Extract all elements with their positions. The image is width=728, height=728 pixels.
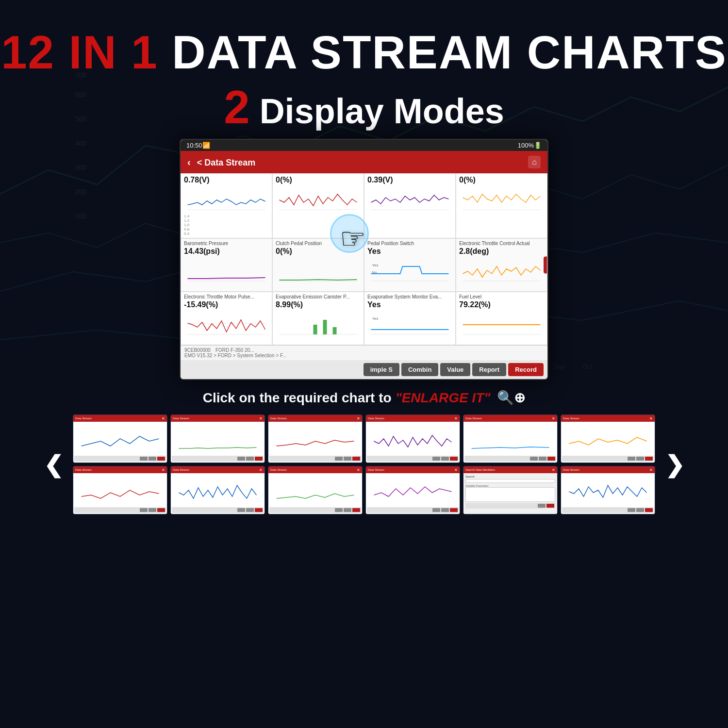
title-line1: 12 IN 1 DATA STREAM CHARTS xyxy=(1,29,727,76)
thumbnail-9[interactable]: Data Stream✕ xyxy=(268,466,363,514)
screen-title: < Data Stream xyxy=(197,158,256,167)
battery-level: 100% xyxy=(518,142,534,149)
thumbnail-5[interactable]: Data Stream✕ xyxy=(463,414,558,463)
cell-value-3: 0.39(V) xyxy=(367,176,452,184)
svg-rect-30 xyxy=(333,327,337,334)
action-bar: imple S Combin Value Report Record xyxy=(181,360,547,379)
display-modes-text: Display Modes xyxy=(260,92,504,131)
gallery-right-arrow[interactable]: ❯ xyxy=(655,451,694,478)
cell-value-10: 8.99(%) xyxy=(276,300,361,309)
vehicle-info: FORD F-350 20... xyxy=(215,347,254,353)
title-line2: 2 Display Modes xyxy=(1,81,727,134)
svg-text:Yes: Yes xyxy=(372,263,379,267)
thumbnail-2[interactable]: Data Stream✕ xyxy=(170,414,265,463)
cell-value-8: 2.8(deg) xyxy=(459,247,544,256)
svg-rect-28 xyxy=(314,325,317,334)
cell-value-7: Yes xyxy=(367,247,452,256)
vin-number: 9CEB00000 xyxy=(184,347,211,353)
data-cell-4[interactable]: 0(%) xyxy=(456,173,547,238)
title-main: DATA STREAM CHARTS xyxy=(172,26,727,78)
gallery-left-arrow[interactable]: ❮ xyxy=(34,451,73,478)
cell-value-2: 0(%) xyxy=(276,176,361,184)
data-cell-10[interactable]: Evaporative Emission Canister P... 8.99(… xyxy=(272,292,364,345)
instruction-text: Click on the required chart to xyxy=(203,390,392,405)
title-section: 12 IN 1 DATA STREAM CHARTS 2 Display Mod… xyxy=(1,29,727,134)
wifi-icon: 📶 xyxy=(202,142,210,149)
thumbnail-3[interactable]: Data Stream✕ xyxy=(268,414,363,463)
magnify-icon: 🔍⊕ xyxy=(497,390,525,406)
combin-button[interactable]: Combin xyxy=(401,363,438,376)
cell-label-5: Barometric Pressure xyxy=(184,241,269,246)
value-button[interactable]: Value xyxy=(440,363,470,376)
title-highlight: 12 IN 1 xyxy=(1,26,158,78)
svg-text:Yes: Yes xyxy=(372,316,379,321)
data-cell-5[interactable]: Barometric Pressure 14.43(psi) xyxy=(181,238,272,292)
thumbnail-8[interactable]: Data Stream✕ xyxy=(170,466,265,514)
cell-label-10: Evaporative Emission Canister P... xyxy=(276,294,361,299)
data-grid-row3: Electronic Throttle Motor Pulse... -15.4… xyxy=(181,292,547,345)
data-cell-11[interactable]: Evaporative System Monitor Eva... Yes Ye… xyxy=(364,292,456,345)
cell-value-9: -15.49(%) xyxy=(184,300,269,309)
thumbnail-6[interactable]: Data Stream✕ xyxy=(561,414,655,463)
cell-label-11: Evaporative System Monitor Eva... xyxy=(367,294,452,299)
cell-value-1: 0.78(V) xyxy=(184,176,269,184)
vin-info: 9CEB00000 FORD F-350 20... xyxy=(184,347,544,353)
home-button[interactable]: ⌂ xyxy=(528,156,541,168)
thumbnail-11[interactable]: Search Data Identifiers✕ Search Availabl… xyxy=(463,466,558,514)
cell-value-5: 14.43(psi) xyxy=(184,247,269,256)
display-modes-num: 2 xyxy=(224,81,249,133)
thumbnail-7[interactable]: Data Stream✕ xyxy=(73,466,167,514)
status-time: 10:50 xyxy=(186,142,202,149)
status-bar: 10:50 📶 100% 🔋 xyxy=(181,140,547,151)
data-cell-1[interactable]: 0.78(V) 1.41.21.00.80.4 xyxy=(181,173,272,238)
thumbnail-12[interactable]: Data Stream✕ xyxy=(561,466,655,514)
cell-value-4: 0(%) xyxy=(459,176,544,184)
data-cell-7[interactable]: Pedal Position Switch Yes Yes No xyxy=(364,238,456,292)
battery-icon: 🔋 xyxy=(534,142,542,149)
data-cell-12[interactable]: Fuel Level 79.22(%) xyxy=(456,292,547,345)
cell-label-12: Fuel Level xyxy=(459,294,544,299)
data-grid-row2: Barometric Pressure 14.43(psi) Clutch Pe… xyxy=(181,238,547,292)
cell-label-8: Electronic Throttle Control Actual xyxy=(459,241,544,246)
thumbnail-4[interactable]: Data Stream✕ xyxy=(365,414,460,463)
svg-rect-29 xyxy=(323,320,327,334)
device-screen: 10:50 📶 100% 🔋 ‹ < Data Stream ⌂ 0.78(V) xyxy=(180,139,548,380)
bottom-info: 9CEB00000 FORD F-350 20... EMO V15.32 > … xyxy=(181,345,547,360)
cell-value-12: 79.22(%) xyxy=(459,300,544,309)
thumbnail-grid: Data Stream✕ Data Stream✕ xyxy=(73,414,655,514)
gallery-section: ❮ Data Stream✕ Data Stream✕ xyxy=(0,414,728,514)
data-cell-8[interactable]: Electronic Throttle Control Actual 2.8(d… xyxy=(456,238,547,292)
cell-label-9: Electronic Throttle Motor Pulse... xyxy=(184,294,269,299)
thumbnail-10[interactable]: Data Stream✕ xyxy=(365,466,460,514)
app-header: ‹ < Data Stream ⌂ xyxy=(181,151,547,173)
report-button[interactable]: Report xyxy=(472,363,506,376)
header-title: ‹ < Data Stream xyxy=(187,157,255,168)
cell-value-11: Yes xyxy=(367,300,452,309)
cursor-circle xyxy=(330,214,369,253)
data-cell-9[interactable]: Electronic Throttle Motor Pulse... -15.4… xyxy=(181,292,272,345)
device-mockup: ☞ 10:50 📶 100% 🔋 ‹ < Data Stream ⌂ xyxy=(180,139,548,380)
thumbnail-1[interactable]: Data Stream✕ xyxy=(73,414,167,463)
scroll-right-button[interactable]: ❯ xyxy=(544,257,547,274)
back-icon[interactable]: ‹ xyxy=(187,157,191,167)
main-content: 12 IN 1 DATA STREAM CHARTS 2 Display Mod… xyxy=(0,0,728,728)
data-cell-3[interactable]: 0.39(V) xyxy=(364,173,456,238)
nav-path: EMO V15.32 > FORD > System Selection > F… xyxy=(184,353,544,358)
enlarge-text: "ENLARGE IT" xyxy=(395,390,490,405)
record-button[interactable]: Record xyxy=(508,363,544,376)
simple-button[interactable]: imple S xyxy=(364,363,399,376)
click-instruction: Click on the required chart to "ENLARGE … xyxy=(203,390,526,406)
cell-label-7: Pedal Position Switch xyxy=(367,241,452,246)
